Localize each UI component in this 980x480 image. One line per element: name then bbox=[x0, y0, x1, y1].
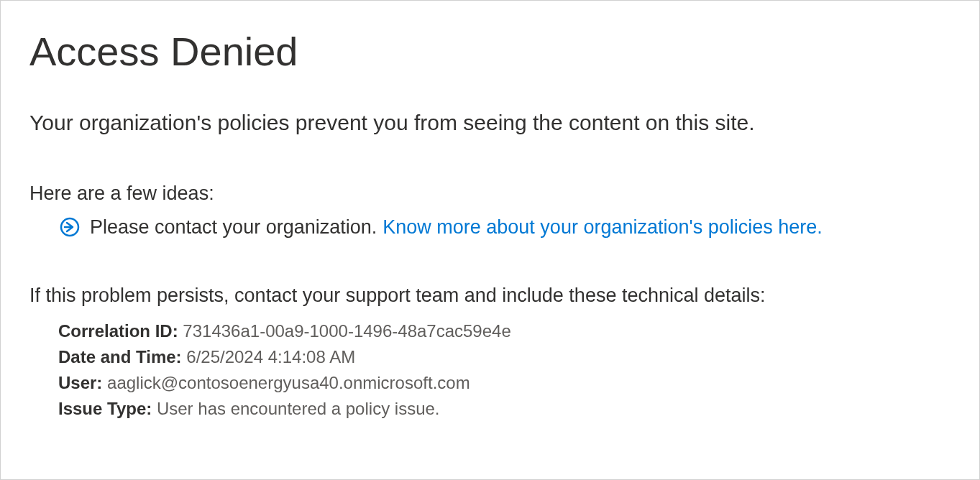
support-text: If this problem persists, contact your s… bbox=[29, 285, 951, 307]
correlation-id-row: Correlation ID: 731436a1-00a9-1000-1496-… bbox=[58, 318, 951, 344]
correlation-id-label: Correlation ID: bbox=[58, 321, 178, 341]
issue-type-value: User has encountered a policy issue. bbox=[157, 399, 440, 418]
date-time-label: Date and Time: bbox=[58, 347, 182, 366]
technical-details: Correlation ID: 731436a1-00a9-1000-1496-… bbox=[58, 318, 951, 422]
issue-type-label: Issue Type: bbox=[58, 399, 152, 418]
page-title: Access Denied bbox=[29, 29, 951, 74]
user-row: User: aaglick@contosoenergyusa40.onmicro… bbox=[58, 370, 951, 396]
policies-link[interactable]: Know more about your organization's poli… bbox=[383, 216, 823, 239]
ideas-heading: Here are a few ideas: bbox=[29, 183, 951, 205]
subtitle-text: Your organization's policies prevent you… bbox=[29, 109, 951, 137]
date-time-row: Date and Time: 6/25/2024 4:14:08 AM bbox=[58, 344, 951, 370]
idea-text: Please contact your organization. bbox=[90, 216, 377, 239]
arrow-right-circle-icon bbox=[60, 217, 80, 237]
correlation-id-value: 731436a1-00a9-1000-1496-48a7cac59e4e bbox=[183, 321, 510, 341]
idea-row: Please contact your organization. Know m… bbox=[60, 216, 951, 239]
issue-type-row: Issue Type: User has encountered a polic… bbox=[58, 396, 951, 422]
user-value: aaglick@contosoenergyusa40.onmicrosoft.c… bbox=[107, 373, 470, 392]
date-time-value: 6/25/2024 4:14:08 AM bbox=[186, 347, 355, 366]
user-label: User: bbox=[58, 373, 102, 392]
